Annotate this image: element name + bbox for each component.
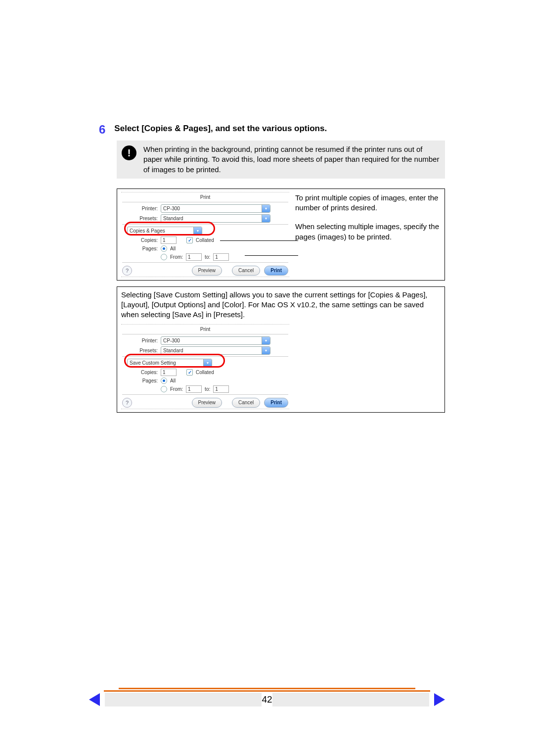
section-select[interactable]: Copies & Pages▾ <box>127 227 202 235</box>
callout-leader <box>245 255 298 256</box>
pages-all-radio[interactable] <box>161 245 167 252</box>
pages-label: Pages: <box>122 378 158 383</box>
preview-button[interactable]: Preview <box>192 266 222 276</box>
cancel-button[interactable]: Cancel <box>232 398 260 408</box>
next-page-icon[interactable] <box>434 693 445 706</box>
page-footer: 42 <box>89 688 445 707</box>
printer-select[interactable]: CP-300▾ <box>161 336 270 345</box>
collated-checkbox[interactable]: ✓ <box>186 237 193 243</box>
pages-all-radio[interactable] <box>161 378 167 384</box>
presets-label: Presets: <box>122 348 158 353</box>
step-title: Select [Copies & Pages], and set the var… <box>114 124 327 134</box>
dropdown-arrow-icon: ▾ <box>203 359 212 367</box>
collated-label: Collated <box>196 370 214 375</box>
pages-all-label: All <box>170 246 176 251</box>
copies-input[interactable]: 1 <box>161 369 177 376</box>
figure-frame-2: Selecting [Save Custom Setting] allows y… <box>117 286 445 413</box>
copies-input[interactable]: 1 <box>161 236 177 244</box>
callout-copies: To print multiple copies of images, ente… <box>295 193 441 213</box>
pages-all-label: All <box>170 378 176 383</box>
dropdown-arrow-icon: ▾ <box>193 227 202 235</box>
presets-select[interactable]: Standard▾ <box>161 346 270 355</box>
dialog-title: Print <box>122 194 288 200</box>
warning-icon: ! <box>122 145 136 160</box>
pages-from-input[interactable]: 1 <box>186 253 202 261</box>
pages-to-label: to: <box>205 254 210 260</box>
pages-from-label: From: <box>170 254 183 260</box>
collated-label: Collated <box>196 237 214 243</box>
pages-to-label: to: <box>205 386 210 392</box>
help-button[interactable]: ? <box>122 398 132 408</box>
section-select[interactable]: Save Custom Setting▾ <box>127 359 212 367</box>
help-button[interactable]: ? <box>122 266 132 276</box>
print-button[interactable]: Print <box>264 266 288 276</box>
copies-label: Copies: <box>122 237 158 243</box>
pages-from-input[interactable]: 1 <box>186 385 202 393</box>
collated-checkbox[interactable]: ✓ <box>186 369 193 376</box>
page-number: 42 <box>262 694 272 705</box>
pages-label: Pages: <box>122 246 158 251</box>
figure-frame-1: Print Printer: CP-300▾ Presets: Standard… <box>117 189 445 281</box>
footer-decor <box>105 693 262 707</box>
prev-page-icon[interactable] <box>89 693 100 706</box>
callout-leader <box>220 240 298 241</box>
pages-to-input[interactable]: 1 <box>213 253 229 261</box>
dropdown-arrow-icon: ▾ <box>262 347 270 354</box>
warning-note: ! When printing in the background, print… <box>117 141 445 179</box>
warning-text: When printing in the background, printin… <box>143 144 440 175</box>
dialog-title: Print <box>122 327 288 332</box>
pages-to-input[interactable]: 1 <box>213 385 229 393</box>
print-dialog-2: Print Printer: CP-300▾ Presets: Standard… <box>121 324 289 409</box>
dropdown-arrow-icon: ▾ <box>262 215 270 222</box>
copies-label: Copies: <box>122 370 158 375</box>
footer-decor <box>272 693 429 707</box>
print-button[interactable]: Print <box>264 398 288 408</box>
pages-from-radio[interactable] <box>161 386 167 392</box>
printer-select[interactable]: CP-300▾ <box>161 204 270 213</box>
cancel-button[interactable]: Cancel <box>232 266 260 276</box>
printer-label: Printer: <box>122 206 158 211</box>
preview-button[interactable]: Preview <box>192 398 222 408</box>
dropdown-arrow-icon: ▾ <box>262 337 270 344</box>
dropdown-arrow-icon: ▾ <box>262 205 270 212</box>
step-number: 6 <box>99 124 105 136</box>
printer-label: Printer: <box>122 338 158 343</box>
frame2-text: Selecting [Save Custom Setting] allows y… <box>121 290 441 320</box>
callout-pages: When selecting multiple images, specify … <box>295 222 441 242</box>
presets-select[interactable]: Standard▾ <box>161 214 270 223</box>
print-dialog-1: Print Printer: CP-300▾ Presets: Standard… <box>121 192 289 277</box>
presets-label: Presets: <box>122 216 158 221</box>
pages-from-radio[interactable] <box>161 254 167 260</box>
pages-from-label: From: <box>170 386 183 392</box>
